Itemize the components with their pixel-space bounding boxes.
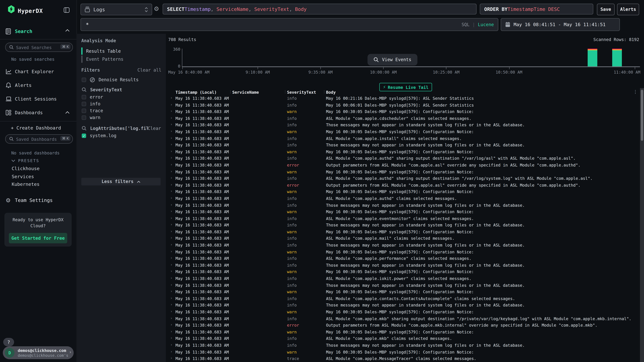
row-expand-icon[interactable]: ›: [170, 303, 172, 307]
table-row[interactable]: ›May 16 11:38:40.683 AMwarnMay 16 00:30:…: [166, 309, 639, 316]
row-expand-icon[interactable]: ›: [170, 296, 172, 300]
sidebar-item-client-sessions[interactable]: Client Sessions: [0, 94, 76, 104]
row-expand-icon[interactable]: ›: [170, 263, 172, 267]
row-expand-icon[interactable]: ›: [170, 216, 172, 220]
table-row[interactable]: ›May 16 11:38:40.683 AMinfoASL Module "c…: [166, 316, 639, 322]
checkbox[interactable]: [82, 95, 86, 99]
row-expand-icon[interactable]: ›: [170, 256, 172, 260]
sidebar-item-chart-explorer[interactable]: Chart Explorer: [0, 67, 76, 76]
table-row[interactable]: ›May 16 11:38:40.683 AMinfoThose message…: [166, 242, 639, 249]
row-expand-icon[interactable]: ›: [170, 249, 172, 253]
table-row[interactable]: ›May 16 11:38:40.683 AMwarnMay 16 00:30:…: [166, 269, 639, 276]
table-row[interactable]: ›May 16 11:38:40.683 AMinfoThose message…: [166, 202, 639, 209]
create-dashboard-button[interactable]: + Create Dashboard: [11, 125, 61, 131]
table-row[interactable]: ›May 16 11:38:40.683 AMinfoASL Module "c…: [166, 175, 639, 182]
search-query-input[interactable]: * SQL | Lucene: [80, 18, 498, 31]
row-expand-icon[interactable]: ›: [170, 182, 172, 187]
row-expand-icon[interactable]: ›: [170, 356, 172, 360]
checkbox[interactable]: ✓: [82, 133, 86, 138]
row-expand-icon[interactable]: ›: [170, 122, 172, 126]
column-resize-grip[interactable]: ⋮: [283, 90, 287, 94]
scrollbar-thumb[interactable]: [641, 90, 643, 141]
row-expand-icon[interactable]: ›: [170, 169, 172, 173]
row-expand-icon[interactable]: ›: [170, 350, 172, 354]
row-expand-icon[interactable]: ›: [170, 229, 172, 233]
user-menu[interactable]: D demos@clickhouse.com demos@clickhouse.…: [3, 346, 74, 359]
order-by-input[interactable]: ORDER BY TimestampTime DESC: [480, 3, 593, 14]
resume-live-tail-button[interactable]: ⚡ Resume Live Tail: [379, 83, 432, 91]
row-expand-icon[interactable]: ›: [170, 223, 172, 227]
table-row[interactable]: ›May 16 11:38:40.683 AMinfoThose message…: [166, 142, 639, 149]
table-row[interactable]: ›May 16 11:38:40.683 AMwarnMay 16 00:30:…: [166, 189, 639, 195]
presets-toggle[interactable]: PRESETS: [11, 158, 39, 163]
table-row[interactable]: ›May 16 11:38:40.683 AMinfoThose message…: [166, 262, 639, 269]
less-filters-button[interactable]: Less filters: [81, 178, 160, 185]
row-expand-icon[interactable]: ›: [170, 149, 172, 153]
table-row[interactable]: ›May 16 11:38:40.683 AMinfoASL Module "c…: [166, 336, 639, 342]
table-row[interactable]: ›May 16 11:38:40.683 AMerrorOutput param…: [166, 162, 639, 169]
search-icon[interactable]: [82, 126, 86, 131]
row-expand-icon[interactable]: ›: [170, 236, 172, 240]
sidebar-collapse-icon[interactable]: [64, 7, 70, 13]
severity-option-error[interactable]: error: [82, 94, 103, 100]
row-expand-icon[interactable]: ›: [170, 109, 172, 113]
row-expand-icon[interactable]: ›: [170, 289, 172, 293]
preset-item-services[interactable]: Services: [12, 174, 40, 182]
table-row[interactable]: ›May 16 11:38:40.683 AMinfoASL Module "c…: [166, 155, 639, 162]
severity-option-trace[interactable]: trace: [82, 108, 103, 114]
row-expand-icon[interactable]: ›: [170, 176, 172, 180]
scrollbar-track[interactable]: [640, 88, 644, 362]
table-row[interactable]: ›May 16 11:38:40.683 AMwarnMay 16 00:30:…: [166, 229, 639, 236]
table-row[interactable]: ›May 16 11:38:40.683 AMwarnMay 16 00:30:…: [166, 149, 639, 155]
attr-clear-button[interactable]: Clear: [148, 126, 161, 131]
help-button[interactable]: ?: [3, 338, 14, 346]
attr-option-system.log[interactable]: ✓system.log: [82, 133, 116, 138]
table-row[interactable]: ›May 16 11:38:40.683 AMinfoThose message…: [166, 342, 639, 349]
denoise-filter[interactable]: Denoise Results: [82, 77, 138, 82]
alerts-button[interactable]: Alerts: [617, 3, 639, 15]
row-expand-icon[interactable]: ›: [170, 196, 172, 200]
table-row[interactable]: ›May 16 11:38:40.683 AMinfoASL Module "c…: [166, 235, 639, 242]
severity-option-info[interactable]: info: [82, 101, 100, 107]
row-expand-icon[interactable]: ›: [170, 269, 172, 273]
table-row[interactable]: ›May 16 11:38:40.683 AMinfoASL Module "c…: [166, 276, 639, 282]
row-expand-icon[interactable]: ›: [170, 136, 172, 140]
table-row[interactable]: ›May 16 11:38:40.683 AMtraceASL Module "…: [166, 356, 639, 362]
table-row[interactable]: ›May 16 11:38:40.683 AMwarnMay 16 00:30:…: [166, 349, 639, 356]
column-header-timestamp[interactable]: Timestamp (Local): [176, 90, 217, 94]
row-expand-icon[interactable]: ›: [170, 203, 172, 207]
table-row[interactable]: ›May 16 11:38:40.683 AMerrorOutput param…: [166, 322, 639, 329]
sidebar-item-search[interactable]: Search: [0, 26, 76, 36]
saved-searches-input[interactable]: Saved Searches ⌘ K: [5, 43, 73, 52]
table-row[interactable]: ›May 16 11:38:40.683 AMwarnMay 16 00:30:…: [166, 169, 639, 175]
row-expand-icon[interactable]: ›: [170, 189, 172, 193]
table-row[interactable]: ›May 16 11:38:40.683 AMinfoASL Module "c…: [166, 256, 639, 262]
table-row[interactable]: ›May 16 11:38:40.683 AMinfoASL Module "c…: [166, 195, 639, 202]
results-histogram[interactable]: 360 0 May 16 8:40:00 AM9:10:00 AM9:35:00…: [182, 49, 640, 66]
checkbox[interactable]: [82, 102, 86, 106]
row-expand-icon[interactable]: ›: [170, 316, 172, 320]
checkbox[interactable]: [82, 116, 86, 120]
sidebar-item-dashboards[interactable]: Dashboards: [0, 108, 76, 117]
saved-dashboards-input[interactable]: Saved Dashboards ⌘ K: [5, 134, 73, 144]
row-expand-icon[interactable]: ›: [170, 129, 172, 133]
source-select[interactable]: Logs: [80, 3, 152, 15]
table-row[interactable]: ›May 16 11:38:40.683 AMwarnMay 16 00:30:…: [166, 129, 639, 135]
mode-results-table[interactable]: Results Table: [81, 47, 121, 55]
lucene-mode-toggle[interactable]: Lucene: [478, 22, 494, 27]
table-row[interactable]: ›May 16 11:38:40.683 AMinfoMay 16 00:06:…: [166, 102, 639, 109]
row-expand-icon[interactable]: ›: [170, 209, 172, 213]
column-header-body[interactable]: Body: [326, 90, 336, 94]
table-row[interactable]: ›May 16 11:38:40.683 AMinfoMay 16 00:21:…: [166, 95, 639, 102]
preset-item-kubernetes[interactable]: Kubernetes: [12, 181, 40, 189]
row-expand-icon[interactable]: ›: [170, 336, 172, 340]
sidebar-item-alerts[interactable]: Alerts: [0, 80, 76, 90]
table-row[interactable]: ›May 16 11:38:40.683 AMinfoThose message…: [166, 222, 639, 229]
histogram-bar[interactable]: [588, 48, 597, 66]
clear-all-button[interactable]: Clear all: [138, 67, 162, 73]
table-row[interactable]: ›May 16 11:38:40.683 AMwarnMay 16 00:30:…: [166, 329, 639, 336]
table-row[interactable]: ›May 16 11:38:40.683 AMwarnMay 16 00:30:…: [166, 249, 639, 256]
row-expand-icon[interactable]: ›: [170, 102, 172, 106]
preset-item-clickhouse[interactable]: Clickhouse: [12, 166, 40, 174]
mode-event-patterns[interactable]: Event Patterns: [81, 55, 124, 63]
